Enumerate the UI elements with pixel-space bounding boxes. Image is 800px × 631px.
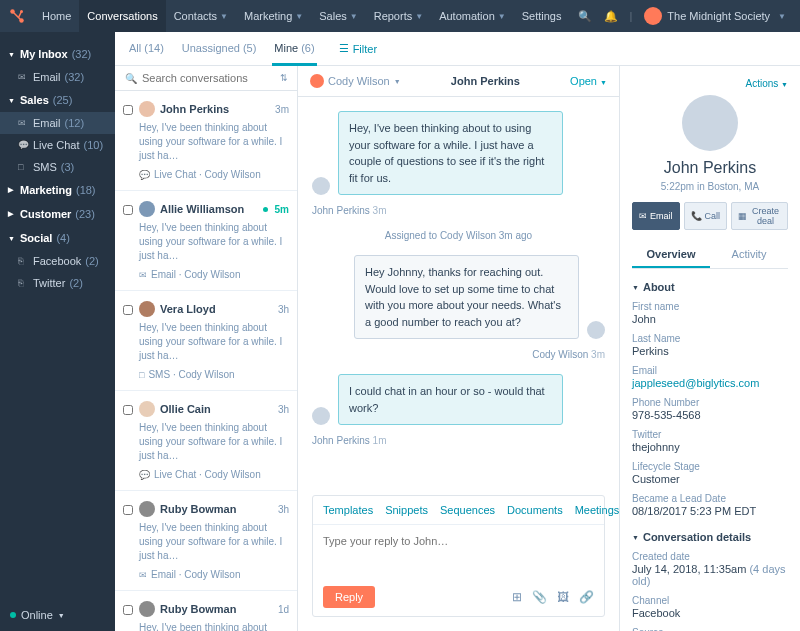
- call-button[interactable]: 📞Call: [684, 202, 728, 230]
- channel-icon: ✉: [18, 118, 28, 128]
- search-icon: 🔍: [125, 73, 137, 84]
- select-checkbox[interactable]: [123, 205, 133, 215]
- tab-mine[interactable]: Mine(6): [272, 32, 316, 66]
- divider: |: [624, 10, 639, 22]
- nav-item-facebook[interactable]: ⎘Facebook(2): [0, 250, 115, 272]
- nav-sales[interactable]: Sales▼: [311, 0, 365, 32]
- actions-menu[interactable]: Actions ▼: [632, 78, 788, 89]
- left-nav: ▼My Inbox(32)✉Email(32)▼Sales(25)✉Email(…: [0, 32, 115, 631]
- phone-icon: 📞: [691, 211, 702, 221]
- chevron-icon: ▼: [8, 235, 16, 242]
- search-icon[interactable]: 🔍: [572, 10, 598, 23]
- notifications-icon[interactable]: 🔔: [598, 10, 624, 23]
- nav-section-social[interactable]: ▼Social(4): [0, 226, 115, 250]
- chevron-down-icon: ▼: [350, 12, 358, 21]
- attachment-icon[interactable]: 📎: [532, 590, 547, 604]
- select-checkbox[interactable]: [123, 405, 133, 415]
- nav-marketing[interactable]: Marketing▼: [236, 0, 311, 32]
- compose-tab-meetings[interactable]: Meetings: [575, 504, 620, 516]
- conversation-item[interactable]: Allie Williamson5mHey, I've been thinkin…: [115, 191, 297, 291]
- compose-tab-documents[interactable]: Documents: [507, 504, 563, 516]
- about-section-toggle[interactable]: ▼About: [632, 281, 788, 293]
- nav-section-my-inbox[interactable]: ▼My Inbox(32): [0, 42, 115, 66]
- tab-activity[interactable]: Activity: [710, 242, 788, 268]
- image-icon[interactable]: 🖼: [557, 590, 569, 604]
- nav-section-marketing[interactable]: ▶Marketing(18): [0, 178, 115, 202]
- avatar: [139, 201, 155, 217]
- nav-automation[interactable]: Automation▼: [431, 0, 514, 32]
- svg-line-4: [19, 12, 22, 18]
- conversation-item[interactable]: Ruby Bowman3hHey, I've been thinking abo…: [115, 491, 297, 591]
- inbox-tabs: All(14)Unassigned(5)Mine(6) ☰ Filter: [115, 32, 800, 66]
- select-checkbox[interactable]: [123, 305, 133, 315]
- reply-button[interactable]: Reply: [323, 586, 375, 608]
- nav-home[interactable]: Home: [34, 0, 79, 32]
- online-status[interactable]: Online ▼: [10, 609, 65, 621]
- nav-section-customer[interactable]: ▶Customer(23): [0, 202, 115, 226]
- preview-text: Hey, I've been thinking about using your…: [139, 521, 289, 563]
- account-menu[interactable]: The Midnight Society ▼: [638, 7, 792, 25]
- tab-all[interactable]: All(14): [127, 32, 166, 66]
- assignee-selector[interactable]: Cody Wilson ▼: [310, 74, 401, 88]
- nav-item-email[interactable]: ✉Email(32): [0, 66, 115, 88]
- nav-item-sms[interactable]: □SMS(3): [0, 156, 115, 178]
- tab-overview[interactable]: Overview: [632, 242, 710, 268]
- top-nav: HomeConversationsContacts▼Marketing▼Sale…: [0, 0, 800, 32]
- nav-item-email[interactable]: ✉Email(12): [0, 112, 115, 134]
- compose-tab-templates[interactable]: Templates: [323, 504, 373, 516]
- online-dot-icon: [10, 612, 16, 618]
- timestamp: 3h: [278, 304, 289, 315]
- chevron-down-icon: ▼: [295, 12, 303, 21]
- detail-created-date: Created dateJuly 14, 2018, 11:35am (4 da…: [632, 551, 788, 587]
- select-checkbox[interactable]: [123, 105, 133, 115]
- nav-settings[interactable]: Settings: [514, 0, 570, 32]
- channel-icon: ⎘: [18, 278, 28, 288]
- link-icon[interactable]: 🔗: [579, 590, 594, 604]
- filter-button[interactable]: ☰ Filter: [339, 42, 377, 55]
- search-bar: 🔍 ⇅: [115, 66, 297, 91]
- email-button[interactable]: ✉Email: [632, 202, 680, 230]
- contact-name: Allie Williamson: [160, 203, 258, 215]
- compose-tab-snippets[interactable]: Snippets: [385, 504, 428, 516]
- avatar: [139, 301, 155, 317]
- chevron-down-icon: ▼: [58, 612, 65, 619]
- chevron-down-icon: ▼: [415, 12, 423, 21]
- unread-dot-icon: [263, 207, 268, 212]
- tab-unassigned[interactable]: Unassigned(5): [180, 32, 259, 66]
- detail-channel: ChannelFacebook: [632, 595, 788, 619]
- nav-item-twitter[interactable]: ⎘Twitter(2): [0, 272, 115, 294]
- conversation-item[interactable]: John Perkins3mHey, I've been thinking ab…: [115, 91, 297, 191]
- compose-tab-sequences[interactable]: Sequences: [440, 504, 495, 516]
- details-section-toggle[interactable]: ▼Conversation details: [632, 531, 788, 543]
- field-last-name: Last NamePerkins: [632, 333, 788, 357]
- select-checkbox[interactable]: [123, 605, 133, 615]
- nav-reports[interactable]: Reports▼: [366, 0, 431, 32]
- avatar: [644, 7, 662, 25]
- select-checkbox[interactable]: [123, 505, 133, 515]
- conversation-item[interactable]: Ruby Bowman1dHey, I've been thinking abo…: [115, 591, 297, 631]
- contact-subtitle: 5:22pm in Boston, MA: [632, 181, 788, 192]
- plus-icon: ▦: [738, 211, 747, 221]
- conversation-item[interactable]: Ollie Cain3hHey, I've been thinking abou…: [115, 391, 297, 491]
- search-input[interactable]: [142, 72, 280, 84]
- chevron-icon: ▶: [8, 210, 16, 218]
- message-bubble: I could chat in an hour or so - would th…: [338, 374, 563, 425]
- timestamp: 1d: [278, 604, 289, 615]
- chevron-down-icon: ▼: [394, 78, 401, 85]
- avatar: [139, 101, 155, 117]
- sort-icon[interactable]: ⇅: [280, 73, 288, 83]
- status-selector[interactable]: Open ▼: [570, 75, 607, 87]
- conversation-item[interactable]: Vera Lloyd3hHey, I've been thinking abou…: [115, 291, 297, 391]
- message-row: Hey Johnny, thanks for reaching out. Wou…: [312, 255, 605, 339]
- nav-contacts[interactable]: Contacts▼: [166, 0, 236, 32]
- insert-icon[interactable]: ⊞: [512, 590, 522, 604]
- reply-input[interactable]: [313, 525, 604, 575]
- nav-conversations[interactable]: Conversations: [79, 0, 165, 32]
- avatar: [139, 501, 155, 517]
- create-deal-button[interactable]: ▦Create deal: [731, 202, 788, 230]
- chevron-down-icon: ▼: [632, 284, 639, 291]
- channel-icon: 💬: [139, 170, 150, 180]
- avatar: [139, 401, 155, 417]
- nav-section-sales[interactable]: ▼Sales(25): [0, 88, 115, 112]
- nav-item-live-chat[interactable]: 💬Live Chat(10): [0, 134, 115, 156]
